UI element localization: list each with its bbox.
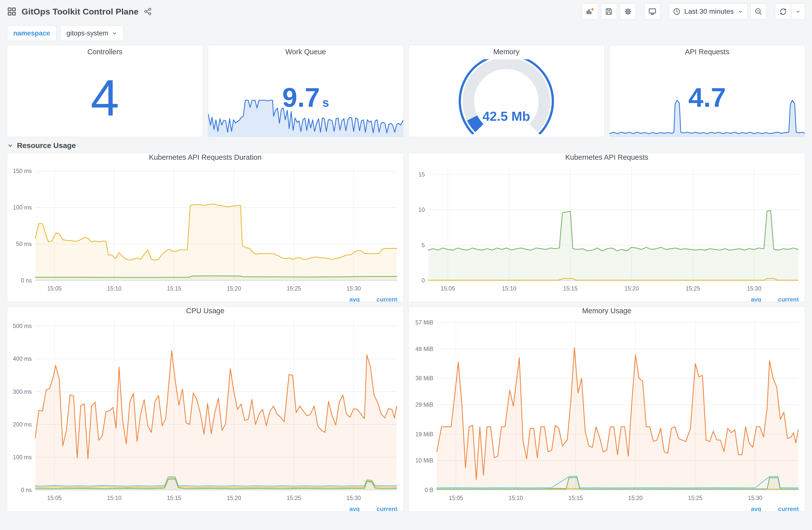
k8s-api-requests-plot: 05101515:0515:1015:1515:2015:2515:30 bbox=[409, 162, 805, 295]
dashboard-settings-button[interactable] bbox=[620, 3, 636, 19]
time-range-label: Last 30 minutes bbox=[684, 8, 734, 15]
panel-title-controllers[interactable]: Controllers bbox=[7, 45, 203, 58]
memory-usage-svg: 0 B10 MiB19 MiB29 MiB38 MiB48 MiB57 MiB1… bbox=[409, 315, 805, 503]
panel-title-work-queue[interactable]: Work Queue bbox=[208, 45, 404, 58]
k8s-api-requests-svg: 05101515:0515:1015:1515:2015:2515:30 bbox=[409, 162, 805, 294]
svg-text:15:05: 15:05 bbox=[47, 495, 62, 501]
svg-text:15:20: 15:20 bbox=[624, 285, 639, 292]
panel-title-api-requests[interactable]: API Requests bbox=[610, 45, 805, 58]
dashboard-toolbar: Last 30 minutes bbox=[579, 3, 805, 19]
svg-text:200 ms: 200 ms bbox=[13, 421, 32, 428]
legend-header: avgcurrent bbox=[7, 295, 403, 302]
section-title: Resource Usage bbox=[17, 141, 76, 150]
legend-sort-current[interactable]: current bbox=[360, 505, 397, 512]
row-resource-usage[interactable]: Resource Usage bbox=[0, 138, 812, 153]
svg-text:15:15: 15:15 bbox=[563, 285, 578, 292]
svg-text:15:25: 15:25 bbox=[688, 495, 703, 501]
legend-sort-current[interactable]: current bbox=[761, 505, 799, 512]
k8s-api-requests-legend: avgcurrenttotal4.744.44errors0.010 bbox=[409, 295, 805, 302]
add-panel-button[interactable] bbox=[582, 3, 598, 19]
memory-usage-legend: avgcurrenthelm-controller-57f9b56bbf-k24… bbox=[409, 504, 805, 512]
svg-text:15:25: 15:25 bbox=[287, 285, 301, 292]
stat-panels-row: Controllers 4 Work Queue 9.7s Memory 42.… bbox=[7, 45, 805, 137]
panel-api-requests: API Requests 4.7 bbox=[609, 45, 805, 137]
svg-text:15:10: 15:10 bbox=[107, 495, 121, 501]
svg-text:15: 15 bbox=[418, 171, 425, 178]
svg-text:10: 10 bbox=[418, 206, 425, 213]
dashboard-variables-row: namespace gitops-system bbox=[0, 23, 812, 45]
panel-title-memory[interactable]: Memory bbox=[409, 45, 604, 58]
gauge-value: 42.5 Mb bbox=[482, 109, 530, 123]
controllers-stat-value: 4 bbox=[7, 72, 203, 123]
k8s-api-requests-duration-svg: 0 ns50 ms100 ms150 ms15:0515:1015:1515:2… bbox=[7, 162, 403, 294]
api-requests-stat-value: 4.7 bbox=[610, 84, 805, 111]
svg-text:15:05: 15:05 bbox=[449, 495, 463, 501]
svg-text:300 ms: 300 ms bbox=[13, 388, 32, 395]
svg-text:400 ms: 400 ms bbox=[13, 355, 32, 362]
panel-controllers: Controllers 4 bbox=[7, 45, 203, 137]
k8s-api-requests-duration-plot: 0 ns50 ms100 ms150 ms15:0515:1015:1515:2… bbox=[7, 162, 403, 295]
legend-sort-avg[interactable]: avg bbox=[327, 505, 360, 512]
svg-text:15:15: 15:15 bbox=[167, 495, 182, 501]
legend-sort-avg[interactable]: avg bbox=[327, 296, 360, 302]
legend-header: avgcurrent bbox=[409, 504, 805, 512]
variable-namespace-label: namespace bbox=[7, 26, 56, 41]
svg-text:0: 0 bbox=[421, 277, 425, 284]
variable-namespace-select[interactable]: gitops-system bbox=[60, 26, 124, 41]
save-dashboard-button[interactable] bbox=[601, 3, 617, 19]
legend-header: avgcurrent bbox=[409, 295, 805, 302]
chevron-down-icon bbox=[7, 142, 14, 149]
refresh-interval-dropdown[interactable] bbox=[791, 3, 805, 19]
svg-text:15:15: 15:15 bbox=[167, 285, 182, 292]
svg-text:50 ms: 50 ms bbox=[16, 241, 32, 247]
dashboard-header: GitOps Toolkit Control Plane bbox=[0, 0, 812, 23]
svg-text:15:10: 15:10 bbox=[107, 285, 121, 292]
refresh-dashboard-button[interactable] bbox=[775, 3, 791, 19]
panel-title-cpu-usage[interactable]: CPU Usage bbox=[7, 307, 403, 315]
svg-text:0 B: 0 B bbox=[424, 487, 433, 493]
svg-text:5: 5 bbox=[421, 242, 425, 249]
legend-sort-avg[interactable]: avg bbox=[729, 505, 761, 512]
svg-text:500 ms: 500 ms bbox=[13, 323, 32, 329]
dashboard-title: GitOps Toolkit Control Plane bbox=[21, 7, 139, 16]
k8s-api-requests-duration-legend: avgcurrentP505 ms5 msP9948 ms43 ms bbox=[7, 295, 403, 302]
svg-text:100 ms: 100 ms bbox=[13, 204, 32, 211]
work-queue-stat-value: 9.7s bbox=[208, 84, 404, 111]
svg-text:15:30: 15:30 bbox=[346, 285, 361, 292]
legend-sort-current[interactable]: current bbox=[761, 296, 799, 302]
share-icon[interactable] bbox=[144, 7, 152, 16]
panel-work-queue: Work Queue 9.7s bbox=[208, 45, 404, 137]
legend-header: avgcurrent bbox=[7, 504, 403, 512]
svg-text:0 ns: 0 ns bbox=[21, 487, 32, 493]
svg-text:15:05: 15:05 bbox=[441, 285, 455, 292]
memory-usage-plot: 0 B10 MiB19 MiB29 MiB38 MiB48 MiB57 MiB1… bbox=[409, 315, 805, 504]
cycle-view-mode-button[interactable] bbox=[644, 3, 661, 19]
legend-sort-current[interactable]: current bbox=[360, 296, 397, 302]
panel-title-k8s-api-requests-duration[interactable]: Kubernetes API Requests Duration bbox=[7, 153, 403, 162]
work-queue-stat-unit: s bbox=[322, 96, 329, 109]
legend-sort-avg[interactable]: avg bbox=[729, 296, 761, 302]
panel-title-memory-usage[interactable]: Memory Usage bbox=[409, 307, 805, 315]
zoom-out-time-button[interactable] bbox=[751, 3, 767, 19]
dashboard-grid-icon[interactable] bbox=[7, 7, 16, 16]
svg-text:15:30: 15:30 bbox=[748, 495, 763, 501]
memory-gauge: 42.5 Mb bbox=[409, 59, 604, 134]
time-range-picker[interactable]: Last 30 minutes bbox=[669, 3, 748, 19]
svg-text:15:15: 15:15 bbox=[568, 495, 583, 501]
svg-text:100 ms: 100 ms bbox=[13, 454, 32, 460]
svg-text:29 MiB: 29 MiB bbox=[415, 401, 433, 408]
gauge-svg: 42.5 Mb bbox=[429, 59, 584, 134]
chevron-down-icon bbox=[737, 8, 744, 15]
svg-text:15:10: 15:10 bbox=[509, 495, 523, 501]
svg-text:48 MiB: 48 MiB bbox=[415, 346, 433, 352]
svg-text:15:05: 15:05 bbox=[47, 285, 62, 292]
panel-memory-usage: Memory Usage 0 B10 MiB19 MiB29 MiB38 MiB… bbox=[408, 307, 805, 512]
chevron-down-icon bbox=[795, 9, 801, 15]
svg-text:38 MiB: 38 MiB bbox=[415, 375, 433, 382]
panel-k8s-api-requests: Kubernetes API Requests 05101515:0515:10… bbox=[408, 153, 805, 302]
svg-text:15:25: 15:25 bbox=[287, 495, 301, 501]
svg-text:15:25: 15:25 bbox=[686, 285, 700, 292]
svg-text:19 MiB: 19 MiB bbox=[415, 431, 433, 438]
panel-title-k8s-api-requests[interactable]: Kubernetes API Requests bbox=[409, 153, 805, 162]
svg-text:57 MiB: 57 MiB bbox=[415, 319, 433, 326]
